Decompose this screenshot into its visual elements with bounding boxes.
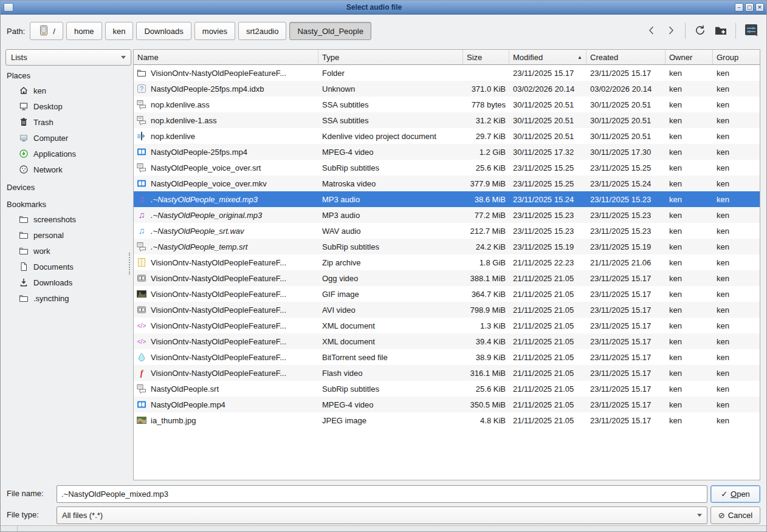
minimize-button[interactable]: –	[735, 3, 743, 12]
sidebar-item-desktop[interactable]: Desktop	[1, 98, 133, 114]
file-owner-cell: ken	[666, 128, 713, 144]
column-header-created[interactable]: Created	[586, 50, 666, 64]
file-created-cell: 30/11/2025 17.30	[586, 144, 666, 160]
sidebar-item-work[interactable]: work	[1, 243, 133, 259]
options-button[interactable]	[743, 21, 760, 41]
file-name-text: VisionOntv-NastyOldPeopleFeatureF...	[151, 369, 286, 378]
breadcrumb-label: Nasty_Old_People	[297, 27, 363, 36]
close-button[interactable]: ✕	[755, 3, 764, 12]
zip-icon	[137, 257, 146, 267]
file-type-cell: XML document	[318, 318, 463, 333]
file-type-cell: SSA subtitles	[318, 97, 463, 112]
breadcrumb-root[interactable]: /	[30, 22, 63, 40]
file-created-cell: 23/11/2025 15.17	[586, 333, 666, 349]
file-name-cell: NastyOldPeople_voice_over.mkv	[134, 176, 318, 191]
table-row[interactable]: ♫.~NastyOldPeople_mixed.mp3MP3 audio38.6…	[134, 191, 760, 207]
open-button[interactable]: ✓ Open	[710, 485, 760, 503]
maximize-button[interactable]: ▢	[745, 3, 754, 12]
breadcrumb-nasty-old-people[interactable]: Nasty_Old_People	[289, 22, 371, 40]
table-row[interactable]: VisionOntv-NastyOldPeopleFeatureF...AVI …	[134, 302, 760, 318]
column-header-name[interactable]: Name	[134, 50, 318, 64]
file-owner-cell: ken	[666, 381, 713, 397]
file-name-cell: ?NastyOldPeople-25fps.mp4.idxb	[134, 81, 318, 97]
file-size-cell: 25.6 KiB	[463, 381, 509, 397]
file-name-input[interactable]	[57, 485, 707, 503]
file-created-cell: 23/11/2025 15.17	[586, 318, 666, 333]
table-row[interactable]: nop.kdenlive.assSSA subtitles778 bytes30…	[134, 97, 760, 112]
lists-dropdown[interactable]: Lists	[5, 49, 131, 66]
sidebar-item-applications[interactable]: Applications	[1, 146, 133, 162]
table-row[interactable]: NastyOldPeople_voice_over.srtSubRip subt…	[134, 160, 760, 176]
table-row[interactable]: VisionOntv-NastyOldPeopleFeatureF...GIF …	[134, 286, 760, 302]
table-row[interactable]: VisionOntv-NastyOldPeopleFeatureF...Fold…	[134, 65, 760, 81]
table-row[interactable]: ♫.~NastyOldPeople_original.mp3MP3 audio7…	[134, 207, 760, 223]
file-owner-cell: ken	[666, 412, 713, 428]
file-owner-cell: ken	[666, 223, 713, 239]
breadcrumb-ken[interactable]: ken	[105, 22, 134, 40]
column-header-modified[interactable]: Modified▲	[509, 50, 586, 64]
table-row[interactable]: VisionOntv-NastyOldPeopleFeatureF...Zip …	[134, 254, 760, 270]
table-row[interactable]: ♫.~NastyOldPeople_srt.wavWAV audio212.7 …	[134, 223, 760, 239]
sidebar-item-screenshots[interactable]: screenshots	[1, 211, 133, 227]
status-strip	[1, 525, 766, 531]
torrent-icon	[137, 352, 146, 362]
table-row[interactable]: nop.kdenliveKdenlive video project docum…	[134, 128, 760, 144]
sidebar-item-personal[interactable]: personal	[1, 227, 133, 243]
file-name-text: NastyOldPeople-25fps.mp4	[151, 148, 247, 157]
breadcrumb-home[interactable]: home	[66, 22, 102, 40]
table-row[interactable]: fVisionOntv-NastyOldPeopleFeatureF...Fla…	[134, 365, 760, 381]
file-group-cell: ken	[713, 191, 760, 207]
sidebar-item-computer[interactable]: Computer	[1, 130, 133, 146]
file-name-cell: VisionOntv-NastyOldPeopleFeatureF...	[134, 349, 318, 365]
file-list-body: VisionOntv-NastyOldPeopleFeatureF...Fold…	[134, 65, 760, 428]
table-row[interactable]: nop.kdenlive-1.assSSA subtitles31.2 KiB3…	[134, 112, 760, 128]
sidebar-item-ken[interactable]: ken	[1, 83, 133, 98]
breadcrumb-srt2audio[interactable]: srt2audio	[238, 22, 286, 40]
table-row[interactable]: ia_thumb.jpgJPEG image4.8 KiB21/11/2025 …	[134, 412, 760, 428]
file-name-cell: </>VisionOntv-NastyOldPeopleFeatureF...	[134, 333, 318, 349]
sort-ascending-icon: ▲	[577, 55, 582, 60]
file-created-cell: 21/11/2025 21.06	[586, 254, 666, 270]
file-type-cell: MPEG-4 video	[318, 144, 463, 160]
file-size-cell: 77.2 MiB	[463, 207, 509, 223]
back-button[interactable]	[644, 23, 659, 39]
sidebar-item-trash[interactable]: Trash	[1, 114, 133, 130]
table-row[interactable]: NastyOldPeople_voice_over.mkvMatroska vi…	[134, 176, 760, 191]
table-row[interactable]: NastyOldPeople.srtSubRip subtitles25.6 K…	[134, 381, 760, 397]
sidebar-item-syncthing[interactable]: .syncthing	[1, 290, 133, 306]
sidebar-item-network[interactable]: Network	[1, 162, 133, 177]
file-type-dropdown[interactable]: All files (*.*)	[57, 506, 707, 524]
new-folder-button[interactable]	[713, 22, 729, 40]
breadcrumb-downloads[interactable]: Downloads	[136, 22, 191, 40]
reload-button[interactable]	[692, 22, 708, 40]
table-row[interactable]: VisionOntv-NastyOldPeopleFeatureF...BitT…	[134, 349, 760, 365]
file-name-text: NastyOldPeople_voice_over.mkv	[151, 179, 267, 188]
flash-icon: f	[137, 368, 146, 378]
column-header-type[interactable]: Type	[318, 50, 463, 64]
file-created-cell: 30/11/2025 20.51	[586, 97, 666, 112]
breadcrumb-movies[interactable]: movies	[194, 22, 235, 40]
forward-button[interactable]	[664, 23, 678, 39]
sidebar-item-downloads[interactable]: Downloads	[1, 275, 133, 290]
sidebar-item-label: personal	[33, 231, 64, 240]
cancel-button[interactable]: ⊘ Cancel	[710, 506, 760, 524]
table-row[interactable]: </>VisionOntv-NastyOldPeopleFeatureF...X…	[134, 318, 760, 333]
table-row[interactable]: VisionOntv-NastyOldPeopleFeatureF...Ogg …	[134, 270, 760, 286]
table-row[interactable]: .~NastyOldPeople_temp.srtSubRip subtitle…	[134, 239, 760, 254]
table-row[interactable]: NastyOldPeople.mp4MPEG-4 video350.5 MiB2…	[134, 397, 760, 412]
table-row[interactable]: </>VisionOntv-NastyOldPeopleFeatureF...X…	[134, 333, 760, 349]
file-modified-cell: 21/11/2025 21.05	[509, 349, 586, 365]
titlebar[interactable]: Select audio file –▢✕	[1, 1, 766, 15]
pane-splitter-handle[interactable]	[129, 253, 132, 275]
sidebar-item-documents[interactable]: Documents	[1, 259, 133, 275]
file-created-cell: 23/11/2025 15.23	[586, 191, 666, 207]
file-name-text: .~NastyOldPeople_srt.wav	[151, 227, 244, 236]
file-modified-cell: 30/11/2025 20.51	[509, 112, 586, 128]
table-row[interactable]: ?NastyOldPeople-25fps.mp4.idxbUnknown371…	[134, 81, 760, 97]
column-header-owner[interactable]: Owner	[666, 50, 713, 64]
file-modified-cell: 21/11/2025 21.05	[509, 333, 586, 349]
table-row[interactable]: NastyOldPeople-25fps.mp4MPEG-4 video1.2 …	[134, 144, 760, 160]
column-header-group[interactable]: Group	[713, 50, 760, 64]
column-header-size[interactable]: Size	[463, 50, 509, 64]
file-type-cell: BitTorrent seed file	[318, 349, 463, 365]
